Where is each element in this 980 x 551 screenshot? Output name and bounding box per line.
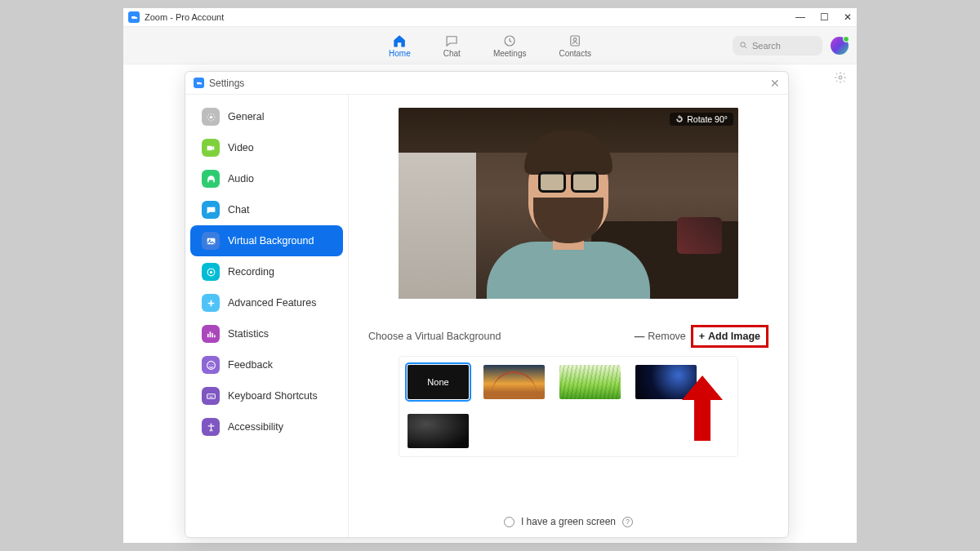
sidebar-item-label: Advanced Features: [228, 297, 316, 309]
nav-tab-label: Meetings: [493, 49, 527, 58]
sidebar-item-accessibility[interactable]: Accessibility: [190, 411, 343, 442]
svg-point-2: [573, 38, 577, 42]
sidebar-item-label: Chat: [228, 204, 249, 216]
background-thumb-none[interactable]: None: [408, 365, 469, 399]
svg-point-5: [209, 115, 212, 118]
background-thumb-space[interactable]: [635, 365, 697, 399]
nav-tab-chat[interactable]: Chat: [443, 33, 461, 58]
sidebar-item-general[interactable]: General: [190, 101, 343, 132]
zoom-app-window: Zoom - Pro Account — ☐ ✕ Home Chat: [122, 7, 858, 544]
sidebar-item-statistics[interactable]: Statistics: [190, 318, 343, 349]
zoom-logo-icon: [128, 11, 140, 23]
sidebar-item-label: Accessibility: [228, 421, 283, 433]
accessibility-icon: [202, 418, 220, 436]
sidebar-item-video[interactable]: Video: [190, 132, 343, 163]
window-titlebar: Zoom - Pro Account — ☐ ✕: [123, 8, 857, 27]
background-thumb-bridge[interactable]: [483, 365, 545, 399]
settings-content-virtual-background: Rotate 90° Choose a Virtual Background —…: [349, 95, 788, 537]
remove-label: Remove: [648, 331, 686, 342]
settings-close-button[interactable]: ✕: [770, 77, 780, 90]
sidebar-item-keyboard-shortcuts[interactable]: Keyboard Shortcuts: [190, 380, 343, 411]
record-icon: [202, 263, 220, 281]
home-icon: [391, 33, 408, 49]
sidebar-item-label: Video: [228, 142, 254, 153]
svg-point-11: [209, 363, 210, 364]
search-placeholder: Search: [752, 41, 781, 51]
svg-point-12: [212, 363, 212, 364]
svg-point-14: [210, 423, 212, 424]
window-title: Zoom - Pro Account: [145, 12, 224, 22]
remove-background-button[interactable]: — Remove: [630, 328, 691, 344]
image-icon: [202, 232, 220, 250]
nav-tab-contacts[interactable]: Contacts: [559, 33, 590, 58]
svg-rect-13: [207, 393, 215, 398]
sidebar-item-label: Recording: [228, 266, 274, 278]
green-screen-row: I have a green screen ?: [368, 511, 768, 529]
nav-tab-home[interactable]: Home: [389, 33, 411, 58]
svg-point-9: [209, 270, 212, 273]
top-navigation: Home Chat Meetings Contacts: [123, 27, 857, 64]
plus-icon: [202, 294, 220, 312]
nav-tab-label: Contacts: [559, 49, 590, 58]
sidebar-item-label: Statistics: [228, 328, 269, 340]
add-image-label: Add Image: [708, 331, 760, 342]
sidebar-item-feedback[interactable]: Feedback: [190, 349, 343, 380]
bar-chart-icon: [202, 325, 220, 343]
chat-bubble-icon: [443, 33, 460, 49]
rotate-icon: [675, 115, 684, 123]
rotate-90-button[interactable]: Rotate 90°: [670, 113, 733, 126]
headphones-icon: [202, 170, 220, 188]
background-thumb-dark[interactable]: [408, 414, 469, 448]
settings-gear-button[interactable]: [834, 71, 847, 87]
minus-icon: —: [635, 331, 645, 342]
camera-preview: Rotate 90°: [399, 108, 738, 299]
rotate-label: Rotate 90°: [687, 114, 728, 124]
nav-tab-label: Home: [389, 49, 411, 58]
svg-point-10: [207, 361, 215, 369]
sidebar-item-label: Audio: [228, 173, 254, 184]
nav-tab-meetings[interactable]: Meetings: [493, 33, 527, 58]
smile-icon: [202, 356, 220, 374]
settings-sidebar: General Video Audio Chat: [185, 95, 349, 537]
chat-icon: [202, 201, 220, 219]
add-image-highlight: + Add Image: [691, 325, 768, 348]
sidebar-item-label: Feedback: [228, 359, 273, 371]
help-icon[interactable]: ?: [622, 517, 633, 527]
main-content-area: Settings ✕ General Video Audio: [123, 64, 857, 543]
zoom-logo-icon: [194, 78, 204, 88]
add-image-button[interactable]: + Add Image: [694, 328, 765, 344]
settings-dialog: Settings ✕ General Video Audio: [185, 71, 789, 538]
green-screen-radio[interactable]: [504, 517, 514, 527]
sidebar-item-advanced-features[interactable]: Advanced Features: [190, 287, 343, 318]
sidebar-item-virtual-background[interactable]: Virtual Background: [190, 225, 343, 256]
sidebar-item-recording[interactable]: Recording: [190, 256, 343, 287]
sidebar-item-chat[interactable]: Chat: [190, 194, 343, 225]
video-icon: [202, 139, 220, 157]
svg-point-3: [741, 42, 746, 47]
background-thumb-grass[interactable]: [559, 365, 621, 399]
sidebar-item-audio[interactable]: Audio: [190, 163, 343, 194]
svg-point-4: [839, 76, 842, 79]
contacts-icon: [567, 33, 583, 49]
window-minimize-button[interactable]: —: [795, 11, 805, 23]
settings-dialog-title: Settings: [209, 78, 244, 89]
sidebar-item-label: Virtual Background: [228, 235, 314, 247]
search-input[interactable]: Search: [733, 36, 822, 56]
choose-background-label: Choose a Virtual Background: [368, 331, 630, 342]
background-thumbnails: None: [399, 356, 738, 457]
window-close-button[interactable]: ✕: [844, 11, 852, 23]
user-avatar[interactable]: [831, 37, 849, 55]
sidebar-item-label: Keyboard Shortcuts: [228, 390, 318, 402]
clock-icon: [501, 33, 518, 49]
gear-icon: [834, 71, 847, 84]
sidebar-item-label: General: [228, 111, 264, 122]
plus-icon: +: [699, 331, 705, 342]
none-thumb-label: None: [427, 377, 448, 387]
nav-tab-label: Chat: [443, 49, 461, 58]
search-icon: [739, 41, 748, 50]
settings-dialog-header: Settings ✕: [185, 72, 788, 95]
gear-icon: [202, 108, 220, 126]
window-maximize-button[interactable]: ☐: [820, 11, 829, 23]
keyboard-icon: [202, 387, 220, 405]
green-screen-label: I have a green screen: [521, 516, 616, 527]
